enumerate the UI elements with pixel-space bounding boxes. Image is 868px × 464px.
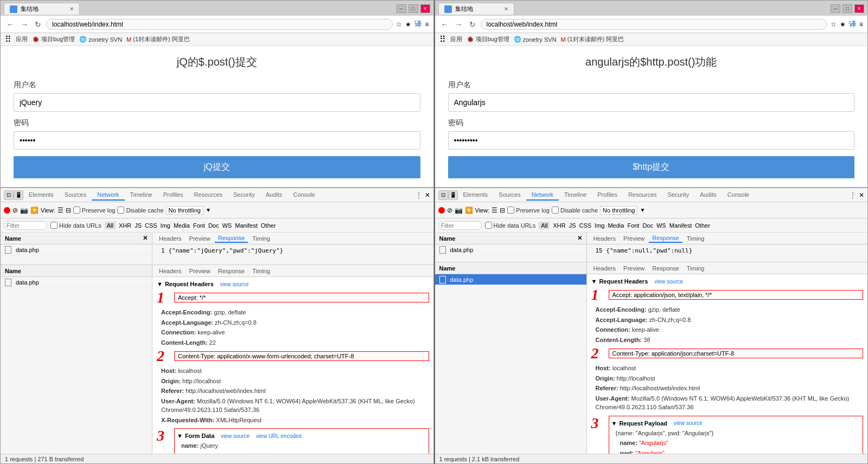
- right-manifest-filter[interactable]: Manifest: [669, 222, 692, 229]
- left-close-btn[interactable]: ✕: [420, 4, 430, 13]
- left-menu-icon[interactable]: ≡: [425, 21, 429, 28]
- left-bookmark-svn[interactable]: 🌐 zonetry SVN: [79, 36, 122, 43]
- left-data-php-row2[interactable]: data.php: [1, 277, 152, 288]
- left-img-filter[interactable]: Img: [161, 222, 170, 229]
- right-inspect-icon[interactable]: ⊡: [438, 190, 448, 200]
- right-img-filter[interactable]: Img: [595, 222, 604, 229]
- right-back-btn[interactable]: ←: [439, 20, 450, 29]
- left-media-filter[interactable]: Media: [174, 222, 190, 229]
- right-hide-data-cb[interactable]: [485, 222, 492, 229]
- right-data-php-row2[interactable]: data.php: [435, 274, 586, 285]
- left-ws-filter[interactable]: WS: [222, 222, 232, 229]
- left-headers-tab[interactable]: Headers: [156, 235, 185, 242]
- right-profiles-tab[interactable]: Profiles: [592, 190, 623, 201]
- left-forward-btn[interactable]: →: [19, 20, 30, 29]
- left-filter-icon[interactable]: 🔽: [30, 207, 39, 214]
- right-all-filter[interactable]: All: [539, 222, 550, 229]
- right-preview-tab[interactable]: Preview: [620, 235, 648, 242]
- left-data-php-row[interactable]: data.php: [1, 244, 152, 255]
- right-forward-btn[interactable]: →: [454, 20, 464, 29]
- right-audits-tab[interactable]: Audits: [694, 190, 722, 201]
- left-preview-tab2[interactable]: Preview: [186, 267, 214, 275]
- right-preserve-log-cb[interactable]: [507, 207, 514, 214]
- right-media-filter[interactable]: Media: [608, 222, 624, 229]
- right-more-btn[interactable]: ⋮: [849, 191, 857, 199]
- left-tab-close[interactable]: ✕: [69, 6, 74, 12]
- right-headers-tab[interactable]: Headers: [590, 235, 620, 242]
- right-other-filter[interactable]: Other: [695, 222, 710, 229]
- right-disable-cache-cb[interactable]: [552, 207, 559, 214]
- right-response-tab[interactable]: Response: [649, 234, 682, 243]
- left-response-tab[interactable]: Response: [215, 234, 248, 243]
- left-sources-tab[interactable]: Sources: [59, 190, 92, 201]
- left-bookmark-mail[interactable]: M (1封未读邮件) 阿里巴: [126, 35, 190, 43]
- left-profiles-tab[interactable]: Profiles: [158, 190, 189, 201]
- left-other-filter[interactable]: Other: [261, 222, 276, 229]
- right-view-source-link[interactable]: view source: [654, 279, 683, 285]
- right-username-input[interactable]: [448, 93, 855, 112]
- right-close-row[interactable]: ✕: [577, 235, 582, 242]
- left-preserve-log-label[interactable]: Preserve log: [73, 207, 116, 214]
- left-font-filter[interactable]: Font: [193, 222, 205, 229]
- left-refresh-btn[interactable]: ↻: [33, 20, 43, 29]
- left-more-btn[interactable]: ⋮: [415, 191, 423, 199]
- right-timing-tab[interactable]: Timing: [684, 235, 708, 242]
- left-resources-tab[interactable]: Resources: [188, 190, 228, 201]
- left-throttling-select[interactable]: No throttling: [166, 206, 203, 215]
- left-disable-cache-label[interactable]: Disable cache: [117, 207, 163, 214]
- right-sources-tab[interactable]: Sources: [493, 190, 526, 201]
- left-close-row[interactable]: ✕: [143, 235, 148, 242]
- right-payload-view-source[interactable]: view source: [674, 420, 703, 426]
- left-address-input[interactable]: [46, 19, 393, 30]
- right-response-tab2[interactable]: Response: [649, 265, 682, 272]
- right-stop-icon[interactable]: ⊘: [447, 207, 452, 214]
- left-timing-tab[interactable]: Timing: [249, 235, 273, 242]
- left-list-view-icon[interactable]: ☰: [58, 207, 63, 214]
- right-headers-tab2[interactable]: Headers: [590, 265, 620, 272]
- left-inspect-icon[interactable]: ⊡: [4, 190, 14, 200]
- right-close-devtools[interactable]: ✕: [859, 191, 864, 199]
- left-preview-tab[interactable]: Preview: [186, 235, 214, 242]
- left-bookmark-apps[interactable]: 应用: [16, 35, 28, 43]
- right-security-tab[interactable]: Security: [662, 190, 695, 201]
- left-record-btn[interactable]: [4, 207, 10, 214]
- right-large-view-icon[interactable]: ⊟: [500, 207, 505, 214]
- left-css-filter[interactable]: CSS: [145, 222, 157, 229]
- right-list-view-icon[interactable]: ☰: [492, 207, 497, 214]
- left-restore-btn[interactable]: □: [409, 4, 418, 13]
- right-doc-filter[interactable]: Doc: [642, 222, 653, 229]
- left-disable-cache-cb[interactable]: [117, 207, 124, 214]
- right-disable-cache-label[interactable]: Disable cache: [552, 207, 598, 214]
- right-filter-input[interactable]: [438, 221, 482, 230]
- left-doc-filter[interactable]: Doc: [208, 222, 219, 229]
- left-hide-data-urls[interactable]: Hide data URLs: [50, 222, 101, 229]
- right-preview-tab2[interactable]: Preview: [620, 265, 648, 272]
- right-preserve-log-label[interactable]: Preserve log: [507, 207, 550, 214]
- left-preserve-log-cb[interactable]: [73, 207, 80, 214]
- left-headers-tab2[interactable]: Headers: [156, 267, 185, 275]
- left-view-source-link[interactable]: view source: [220, 281, 249, 287]
- left-timeline-tab[interactable]: Timeline: [125, 190, 158, 201]
- left-js-filter[interactable]: JS: [135, 222, 142, 229]
- right-close-btn[interactable]: ✕: [854, 4, 864, 13]
- left-tab[interactable]: 集结地 ✕: [4, 3, 80, 15]
- right-device-icon[interactable]: 📱: [448, 190, 458, 200]
- right-record-btn[interactable]: [438, 207, 445, 214]
- right-tab-close[interactable]: ✕: [504, 6, 508, 12]
- left-all-filter[interactable]: All: [105, 222, 116, 229]
- right-resources-tab[interactable]: Resources: [623, 190, 662, 201]
- left-large-view-icon[interactable]: ⊟: [66, 207, 71, 214]
- right-restore-btn[interactable]: □: [843, 4, 852, 13]
- left-stop-icon[interactable]: ⊘: [12, 207, 18, 214]
- left-security-tab[interactable]: Security: [228, 190, 260, 201]
- right-bookmark-bug[interactable]: 🐞 项目bug管理: [467, 35, 509, 43]
- left-response-tab2[interactable]: Response: [215, 267, 248, 275]
- left-audits-tab[interactable]: Audits: [260, 190, 288, 201]
- left-submit-btn[interactable]: jQ提交: [14, 156, 420, 178]
- right-css-filter[interactable]: CSS: [579, 222, 591, 229]
- left-minimize-btn[interactable]: ─: [397, 4, 406, 13]
- right-throttling-select[interactable]: No throttling: [600, 206, 637, 215]
- right-filter-icon[interactable]: 🔽: [465, 207, 473, 214]
- right-password-input[interactable]: [448, 131, 855, 150]
- right-minimize-btn[interactable]: ─: [831, 4, 840, 13]
